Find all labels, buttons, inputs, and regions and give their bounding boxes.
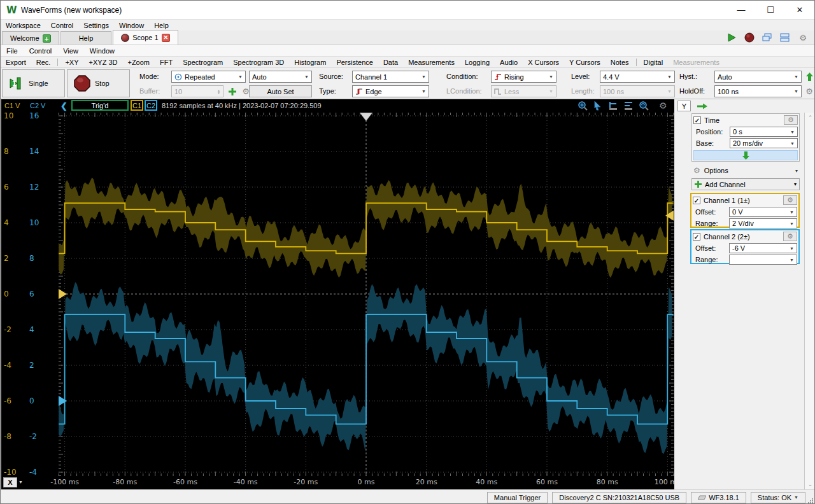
channel2-settings-button[interactable]: ⚙ xyxy=(783,232,797,241)
toolbar-histogram[interactable]: Histogram xyxy=(289,59,331,66)
base-dropdown[interactable]: 20 ms/div ▼ xyxy=(730,138,798,148)
menu-help[interactable]: Help xyxy=(149,22,174,29)
scroll-down-icon[interactable]: ⌄ xyxy=(805,479,815,489)
zoom-fit-button[interactable] xyxy=(639,101,649,114)
version-badge[interactable]: WF3.18.1 xyxy=(691,492,746,503)
panel-scrollbar[interactable]: ⌃ ⌄ xyxy=(804,113,815,489)
length-dropdown: 100 ns ▼ xyxy=(600,85,675,97)
toolbar-xcursors[interactable]: X Cursors xyxy=(523,59,564,66)
holdoff-dropdown[interactable]: 100 ns ▼ xyxy=(714,85,802,97)
x-cursor-button[interactable] xyxy=(608,101,619,114)
spinner-arrows-icon[interactable]: ▲▼ xyxy=(217,89,220,94)
stop-button[interactable]: Stop xyxy=(67,69,130,97)
toolbar-persistence[interactable]: Persistence xyxy=(331,59,378,66)
x-axis-button[interactable]: X xyxy=(3,477,17,487)
time-settings-button[interactable]: ⚙ xyxy=(784,115,798,125)
close-button[interactable]: ✕ xyxy=(785,1,814,19)
condition-dropdown[interactable]: Rising ▼ xyxy=(491,71,556,83)
toolbar-fft[interactable]: FFT xyxy=(155,59,178,66)
scope-menu-window[interactable]: Window xyxy=(84,47,120,55)
time-expand-strip[interactable] xyxy=(693,150,798,160)
scope-menu-control[interactable]: Control xyxy=(24,47,57,55)
waveform-plot[interactable]: 1086420-2-4-6-8-101614121086420-2-4 xyxy=(1,113,675,476)
waveform-plot-area[interactable]: 1086420-2-4-6-8-101614121086420-2-4 xyxy=(1,113,675,476)
single-button[interactable]: 1 Single xyxy=(2,69,65,97)
time-checkbox[interactable]: ✓ xyxy=(693,116,701,124)
plot-settings-button[interactable]: ⚙ xyxy=(659,99,667,113)
tab-welcome[interactable]: Welcome + xyxy=(2,31,59,45)
toolbar-rec[interactable]: Rec. xyxy=(31,59,56,66)
tab-help[interactable]: Help xyxy=(60,31,112,45)
toolbar-data[interactable]: Data xyxy=(378,59,403,66)
cascade-windows-icon xyxy=(762,33,772,42)
channel1-offset-dropdown[interactable]: 0 V ▼ xyxy=(729,207,797,217)
type-dropdown[interactable]: Edge ▼ xyxy=(352,85,429,97)
toolbar-xy[interactable]: +XY xyxy=(60,59,83,66)
toolbar-zoom[interactable]: +Zoom xyxy=(122,59,155,66)
toolbar-audio[interactable]: Audio xyxy=(495,59,523,66)
y-cursor-button[interactable] xyxy=(623,101,634,114)
c1-badge[interactable]: C1 xyxy=(131,100,143,111)
resize-grip[interactable] xyxy=(808,498,813,503)
add-buffer-button[interactable] xyxy=(227,85,238,97)
options-row[interactable]: ⚙ Options ▾ xyxy=(691,165,800,176)
stop-all-button[interactable] xyxy=(742,32,757,44)
toolbar-spectrogram3d[interactable]: Spectrogram 3D xyxy=(228,59,289,66)
tile-windows-button[interactable] xyxy=(777,32,793,44)
menu-workspace[interactable]: Workspace xyxy=(1,22,46,29)
pointer-tool-button[interactable] xyxy=(593,101,604,114)
mode-dropdown[interactable]: Repeated ▼ xyxy=(171,71,246,83)
scope-menu-view[interactable]: View xyxy=(57,47,84,55)
toolbar-measurements[interactable]: Measurements xyxy=(403,59,460,66)
add-channel-button[interactable]: Add Channel ▾ xyxy=(691,178,800,190)
hyst-dropdown[interactable]: Auto ▼ xyxy=(714,71,802,83)
toolbar-notes[interactable]: Notes xyxy=(606,59,634,66)
scroll-up-icon[interactable]: ⌃ xyxy=(805,113,815,123)
manual-trigger-button[interactable]: Manual Trigger xyxy=(487,492,548,503)
buffer-spinbox[interactable]: 10 ▲▼ xyxy=(171,85,223,97)
channel1-range-dropdown[interactable]: 2 V/div ▼ xyxy=(729,218,797,228)
toolbar-xyz3d[interactable]: +XYZ 3D xyxy=(84,59,123,66)
trigger-mode-dropdown[interactable]: Auto ▼ xyxy=(249,71,312,83)
channel1-checkbox[interactable]: ✓ xyxy=(693,197,700,204)
channel1-settings-button[interactable]: ⚙ xyxy=(783,195,797,205)
c1-axis-unit[interactable]: C1 V xyxy=(4,99,20,113)
zoom-in-button[interactable] xyxy=(578,101,588,114)
cascade-windows-button[interactable] xyxy=(760,32,775,44)
autoset-button[interactable]: Auto Set xyxy=(249,85,312,97)
close-tab-icon[interactable]: ✕ xyxy=(162,34,170,42)
trigger-options-up-button[interactable] xyxy=(804,71,815,83)
collapse-left-chevron-icon[interactable]: ❮ xyxy=(60,99,67,113)
c2-axis-unit[interactable]: C2 V xyxy=(30,99,45,113)
status-dropdown[interactable]: Status: OK ▼ xyxy=(751,492,805,503)
channel2-checkbox[interactable]: ✓ xyxy=(693,233,700,241)
menu-window[interactable]: Window xyxy=(114,22,149,29)
channel2-offset-dropdown[interactable]: -6 V ▼ xyxy=(729,243,797,253)
source-dropdown[interactable]: Channel 1 ▼ xyxy=(352,71,429,83)
minimize-button[interactable]: — xyxy=(726,1,756,19)
toolbar-ycursors[interactable]: Y Cursors xyxy=(564,59,606,66)
position-dropdown[interactable]: 0 s ▼ xyxy=(730,127,798,137)
device-button[interactable]: Discovery2 C SN:210321A18C50 USB xyxy=(552,492,686,503)
chevron-down-icon[interactable]: ▼ xyxy=(18,480,23,484)
tabbar-settings-button[interactable]: ⚙ xyxy=(795,32,811,44)
channel2-range-dropdown[interactable]: ▼ xyxy=(729,255,797,265)
level-dropdown[interactable]: 4.4 V ▼ xyxy=(600,71,675,83)
y-axis-button[interactable]: Y xyxy=(677,101,691,111)
menu-settings[interactable]: Settings xyxy=(78,22,114,29)
run-all-button[interactable] xyxy=(724,32,739,44)
toolbar-digital[interactable]: Digital xyxy=(639,59,669,66)
add-instrument-icon[interactable]: + xyxy=(43,34,51,43)
x-tick-label: -60 ms xyxy=(160,478,211,486)
maximize-button[interactable]: ☐ xyxy=(756,1,785,19)
c2-badge[interactable]: C2 xyxy=(145,100,157,111)
toolbar-spectrogram[interactable]: Spectrogram xyxy=(178,59,228,66)
tab-scope1[interactable]: Scope 1 ✕ xyxy=(113,30,178,45)
trigger-settings-button[interactable]: ⚙ xyxy=(804,85,815,97)
toolbar-export[interactable]: Export xyxy=(1,59,31,66)
scope-menu-file[interactable]: File xyxy=(1,47,24,55)
tile-windows-icon xyxy=(780,33,790,42)
toolbar-logging[interactable]: Logging xyxy=(460,59,495,66)
green-right-arrow-icon[interactable] xyxy=(697,102,707,110)
menu-control[interactable]: Control xyxy=(46,22,78,29)
